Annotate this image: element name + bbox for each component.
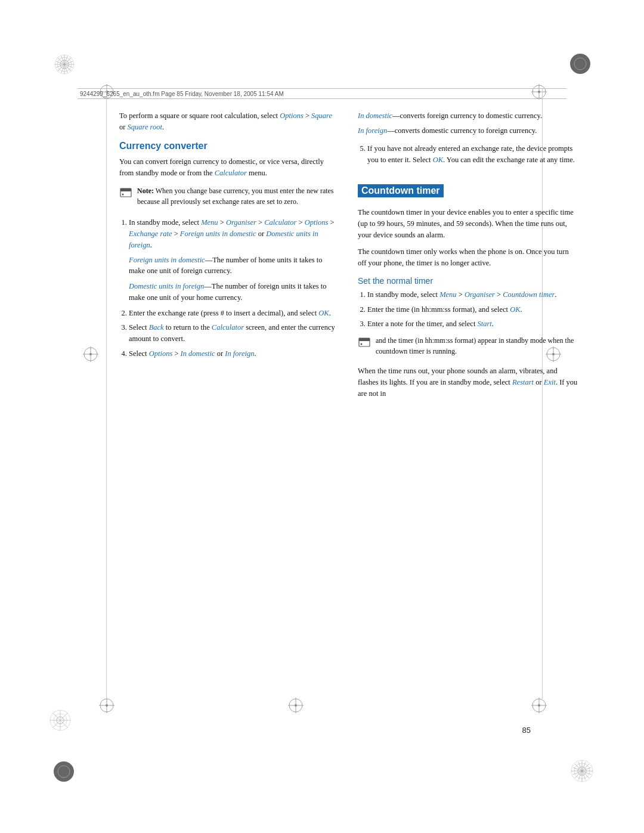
border-line-left <box>106 88 107 699</box>
intro-text-3: or <box>119 123 128 131</box>
intro-text-2: > <box>304 112 311 120</box>
note-body: When you change base currency, you must … <box>137 187 334 206</box>
svg-point-63 <box>122 193 124 195</box>
countdown-intro-2: The countdown timer only works when the … <box>358 246 578 270</box>
svg-rect-62 <box>120 188 131 191</box>
currency-steps-list: In standby mode, select Menu > Organiser… <box>129 217 340 360</box>
reg-mark-bl <box>98 697 115 714</box>
note-box: Note: When you change base currency, you… <box>119 185 340 211</box>
timer-note-text: and the timer (in hh:mm:ss format) appea… <box>376 335 578 357</box>
set-timer-steps-list: In standby mode, select Menu > Organiser… <box>367 289 578 330</box>
set-normal-timer-title: Set the normal timer <box>358 276 578 286</box>
currency-step-2: Enter the exchange rate (press # to inse… <box>129 308 340 319</box>
header-bar: 9244299_6265_en_au_oth.fm Page 85 Friday… <box>78 88 566 99</box>
svg-rect-65 <box>359 338 370 341</box>
content-area: To perform a square or square root calcu… <box>119 110 578 702</box>
intro-text-4: . <box>162 123 164 131</box>
corner-decoration-bl-circle <box>52 760 75 783</box>
corner-decoration-bls-mark <box>49 709 72 732</box>
currency-converter-title: Currency converter <box>119 141 340 151</box>
corner-decoration-br-star <box>570 759 594 783</box>
countdown-timer-title: Countdown timer <box>358 184 444 197</box>
in-foreign-para: In foreign—converts domestic currency to… <box>358 125 578 137</box>
page: 9244299_6265_en_au_oth.fm Page 85 Friday… <box>0 0 644 833</box>
currency-step-1: In standby mode, select Menu > Organiser… <box>129 217 340 304</box>
currency-step5-list: If you have not already entered an excha… <box>367 143 578 166</box>
svg-point-11 <box>570 54 590 74</box>
in-domestic-para: In domestic—converts foreign currency to… <box>358 110 578 122</box>
currency-intro-2: menu. <box>247 169 267 177</box>
timer-note-box: and the timer (in hh:mm:ss format) appea… <box>358 335 578 361</box>
square-root-link: Square root <box>128 123 162 131</box>
intro-paragraph: To perform a square or square root calcu… <box>119 110 340 134</box>
svg-point-41 <box>54 761 74 782</box>
intro-text-1: To perform a square or square root calcu… <box>119 112 280 120</box>
timer-final-para: When the time runs out, your phone sound… <box>358 366 578 400</box>
foreign-domestic-block: Foreign units in domestic—The number of … <box>129 255 340 304</box>
currency-step-4: Select Options > In domestic or In forei… <box>129 348 340 360</box>
page-number: 85 <box>522 726 531 735</box>
set-timer-step-3: Enter a note for the timer, and select S… <box>367 318 578 330</box>
svg-point-66 <box>361 343 363 345</box>
calculator-link-intro: Calculator <box>215 169 247 177</box>
note-icon <box>119 186 132 199</box>
right-column: In domestic—converts foreign currency to… <box>358 110 578 702</box>
currency-intro: You can convert foreign currency to dome… <box>119 156 340 179</box>
reg-mark-ml <box>82 346 99 363</box>
countdown-intro-1: The countdown timer in your device enabl… <box>358 207 578 241</box>
countdown-timer-heading-box: Countdown timer <box>358 175 578 202</box>
note-label: Note: <box>137 187 154 195</box>
set-timer-step-2: Enter the time (in hh:mm:ss format), and… <box>367 304 578 315</box>
corner-decoration-tl-star <box>52 52 76 76</box>
left-column: To perform a square or square root calcu… <box>119 110 340 702</box>
set-timer-step-1: In standby mode, select Menu > Organiser… <box>367 289 578 301</box>
note-text: Note: When you change base currency, you… <box>137 185 340 207</box>
header-text: 9244299_6265_en_au_oth.fm Page 85 Friday… <box>80 91 284 97</box>
options-link: Options <box>280 112 304 120</box>
currency-step-3: Select Back to return to the Calculator … <box>129 322 340 345</box>
square-link: Square <box>311 112 332 120</box>
corner-decoration-tr-circle <box>569 52 592 75</box>
timer-note-icon <box>358 336 371 349</box>
currency-step-5: If you have not already entered an excha… <box>367 143 578 166</box>
